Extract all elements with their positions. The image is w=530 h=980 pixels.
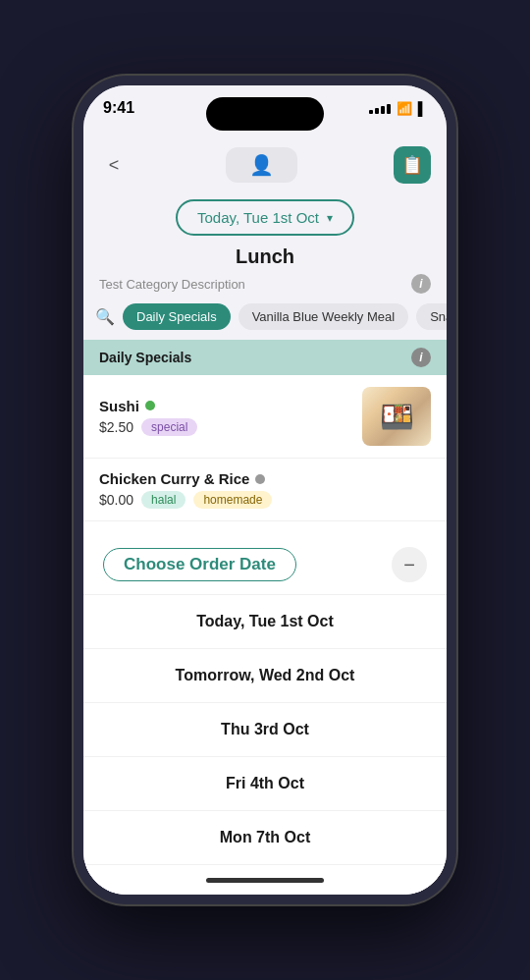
sushi-image-placeholder: 🍱 (362, 387, 431, 446)
date-option-today[interactable]: Today, Tue 1st Oct (83, 595, 447, 649)
wifi-icon: 📶 (397, 101, 412, 116)
sushi-image: 🍱 (362, 387, 431, 446)
date-option-thu-text: Thu 3rd Oct (221, 721, 309, 737)
chevron-down-icon: ▾ (327, 211, 333, 225)
home-bar (206, 878, 324, 883)
choose-order-date-title: Choose Order Date (103, 548, 296, 581)
top-nav: < 👤 📋 (83, 138, 447, 191)
bottom-sheet-header: Choose Order Date − (83, 531, 447, 595)
battery-icon: ▌ (418, 101, 427, 116)
cart-button[interactable]: 📋 (394, 146, 431, 184)
back-button[interactable]: < (99, 150, 129, 180)
date-option-tomorrow-text: Tomorrow, Wed 2nd Oct (176, 667, 355, 683)
menu-item-chicken-curry-price: $0.00 (99, 492, 133, 508)
date-option-mon[interactable]: Mon 7th Oct (83, 811, 447, 865)
status-icons: 📶 ▌ (369, 101, 427, 116)
cart-icon: 📋 (401, 154, 423, 176)
screen-content: < 👤 📋 Today, Tue 1st Oct ▾ Lunch (83, 138, 447, 895)
section-header-daily-specials: Daily Specials i (83, 340, 447, 375)
date-selector-button[interactable]: Today, Tue 1st Oct ▾ (176, 199, 354, 236)
menu-item-sushi-name: Sushi (99, 398, 350, 414)
menu-item-chicken-curry-info: Chicken Curry & Rice $0.00 halal homemad… (99, 470, 431, 509)
signal-bar-4 (387, 104, 391, 114)
signal-bar-1 (369, 110, 373, 114)
sushi-green-dot-icon (145, 401, 155, 410)
chicken-curry-gray-dot-icon (255, 474, 265, 484)
bottom-sheet: Choose Order Date − Today, Tue 1st Oct T… (83, 531, 447, 895)
date-selector-label: Today, Tue 1st Oct (197, 209, 319, 226)
category-description: Test Category Description i (83, 272, 447, 298)
date-option-fri[interactable]: Fri 4th Oct (83, 757, 447, 811)
chicken-curry-tag-halal: halal (141, 491, 186, 509)
date-option-fri-text: Fri 4th Oct (226, 775, 304, 791)
menu-item-sushi[interactable]: Sushi $2.50 special 🍱 (83, 375, 447, 459)
sushi-tag-special: special (141, 418, 197, 436)
menu-item-chicken-curry[interactable]: Chicken Curry & Rice $0.00 halal homemad… (83, 459, 447, 521)
phone-frame: 9:41 📶 ▌ < 👤 (74, 76, 456, 904)
category-info-icon[interactable]: i (411, 274, 431, 294)
dynamic-island (206, 97, 324, 131)
filter-pill-sna[interactable]: Sna (416, 303, 447, 330)
signal-bar-2 (375, 108, 379, 114)
status-bar: 9:41 📶 ▌ (83, 85, 447, 138)
filter-pill-daily-specials[interactable]: Daily Specials (123, 303, 231, 330)
chicken-curry-tag-homemade: homemade (193, 491, 272, 509)
date-option-today-text: Today, Tue 1st Oct (196, 613, 334, 629)
date-selector: Today, Tue 1st Oct ▾ (83, 191, 447, 240)
phone-shell: 9:41 📶 ▌ < 👤 (0, 0, 530, 980)
signal-bars-icon (369, 104, 391, 114)
filter-row: 🔍 Daily Specials Vanilla Blue Weekly Mea… (83, 298, 447, 336)
page-title: Lunch (83, 240, 447, 272)
menu-item-sushi-info: Sushi $2.50 special (99, 398, 350, 436)
date-option-mon-text: Mon 7th Oct (220, 829, 310, 845)
menu-item-sushi-price-row: $2.50 special (99, 418, 350, 436)
profile-icon-wrapper[interactable]: 👤 (226, 147, 297, 183)
category-desc-text: Test Category Description (99, 277, 245, 292)
profile-icon: 👤 (249, 153, 274, 177)
menu-item-chicken-curry-name: Chicken Curry & Rice (99, 470, 431, 487)
section-header-daily-specials-text: Daily Specials (99, 350, 191, 365)
bottom-sheet-close-button[interactable]: − (392, 547, 427, 582)
filter-pill-vanilla-blue[interactable]: Vanilla Blue Weekly Meal (238, 303, 408, 330)
menu-item-sushi-price: $2.50 (99, 419, 133, 435)
section-info-icon-daily-specials[interactable]: i (411, 348, 431, 367)
menu-item-chicken-curry-price-row: $0.00 halal homemade (99, 491, 431, 509)
signal-bar-3 (381, 106, 385, 114)
home-indicator (83, 865, 447, 895)
nav-profile: 👤 (129, 147, 394, 183)
date-option-tomorrow[interactable]: Tomorrow, Wed 2nd Oct (83, 649, 447, 703)
date-option-thu[interactable]: Thu 3rd Oct (83, 703, 447, 757)
search-icon[interactable]: 🔍 (95, 307, 115, 326)
